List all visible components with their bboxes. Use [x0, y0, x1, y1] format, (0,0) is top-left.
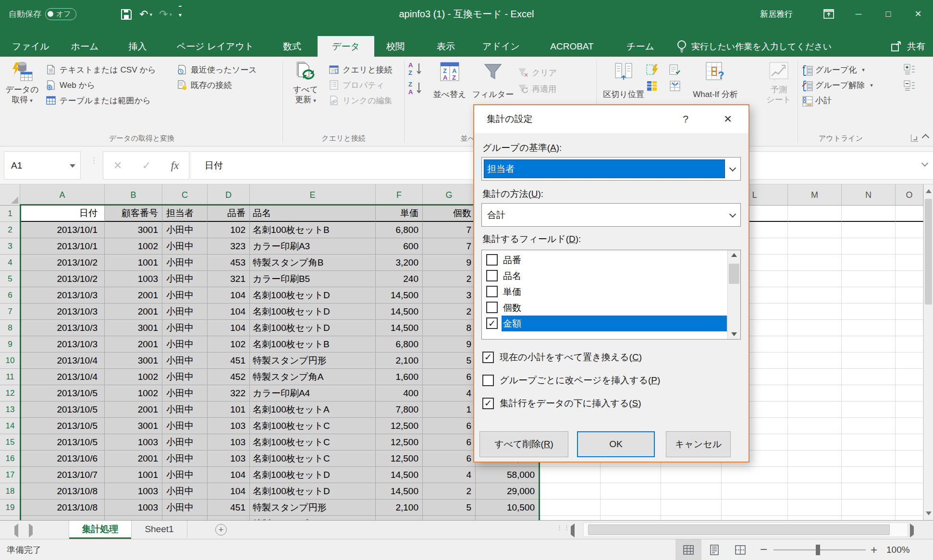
cell-B14[interactable]: 3001: [105, 418, 162, 434]
cell-K20[interactable]: [661, 516, 722, 520]
from-text-csv-button[interactable]: テキストまたは CSV から: [46, 62, 156, 77]
cell-B18[interactable]: 1003: [105, 483, 162, 499]
cell-H19[interactable]: 10,500: [476, 499, 540, 516]
cell-O4[interactable]: [896, 255, 923, 271]
tab-home[interactable]: ホーム: [64, 36, 106, 57]
filter-button[interactable]: フィルター: [472, 60, 514, 99]
cell-O5[interactable]: [896, 271, 923, 287]
cell-H18[interactable]: 29,000: [476, 483, 540, 499]
cell-F11[interactable]: 1,600: [376, 369, 423, 385]
cell-N4[interactable]: [842, 255, 896, 271]
cell-M19[interactable]: [788, 499, 842, 516]
cell-M1[interactable]: [788, 206, 842, 222]
cell-O7[interactable]: [896, 304, 923, 320]
row-header-8[interactable]: 8: [0, 320, 20, 336]
horizontal-scroll-thumb[interactable]: [588, 524, 890, 535]
cell-C15[interactable]: 小田中: [162, 434, 208, 450]
hide-detail-icon[interactable]: [903, 80, 916, 92]
column-header-C[interactable]: C: [162, 184, 208, 206]
subtotal-field-3[interactable]: 個数: [482, 300, 727, 316]
cell-N5[interactable]: [842, 271, 896, 287]
cell-C4[interactable]: 小田中: [162, 255, 208, 271]
user-name[interactable]: 新居雅行: [760, 9, 793, 20]
cell-O16[interactable]: [896, 450, 923, 467]
cell-A17[interactable]: 2013/10/7: [20, 467, 105, 483]
vertical-scroll-thumb[interactable]: [925, 199, 932, 304]
checkbox-unchecked-icon[interactable]: [486, 254, 498, 266]
row-header-9[interactable]: 9: [0, 336, 20, 353]
column-header-N[interactable]: N: [842, 184, 896, 206]
group-by-combobox[interactable]: 担当者: [481, 157, 741, 181]
cell-E15[interactable]: 名刺100枚セットC: [250, 434, 376, 450]
dialog-help-button[interactable]: ?: [674, 105, 698, 133]
column-header-E[interactable]: E: [250, 184, 376, 206]
cell-N18[interactable]: [842, 483, 896, 499]
cell-G17[interactable]: 4: [423, 467, 476, 483]
cell-B15[interactable]: 1003: [105, 434, 162, 450]
cell-C9[interactable]: 小田中: [162, 336, 208, 353]
cell-L19[interactable]: [722, 499, 788, 516]
cell-F5[interactable]: 240: [376, 271, 423, 287]
cell-D15[interactable]: 103: [208, 434, 250, 450]
replace-subtotals-checkbox[interactable]: ✓ 現在の小計をすべて置き換える(C): [482, 351, 642, 364]
cell-C1[interactable]: 担当者: [162, 206, 208, 222]
row-header-2[interactable]: 2: [0, 222, 20, 238]
cell-B9[interactable]: 2001: [105, 336, 162, 353]
chevron-down-icon[interactable]: [729, 211, 736, 218]
cell-A19[interactable]: 2013/10/8: [20, 499, 105, 516]
tab-view[interactable]: 表示: [430, 36, 461, 57]
cell-N1[interactable]: [842, 206, 896, 222]
cell-C7[interactable]: 小田中: [162, 304, 208, 320]
outline-dialog-launcher[interactable]: [911, 134, 918, 142]
cell-C11[interactable]: 小田中: [162, 369, 208, 385]
cell-F19[interactable]: 2,100: [376, 499, 423, 516]
cell-N9[interactable]: [842, 336, 896, 353]
cell-L20[interactable]: [722, 516, 788, 520]
cell-E4[interactable]: 特製スタンプ角B: [250, 255, 376, 271]
name-box-dropdown-icon[interactable]: [70, 164, 75, 168]
row-header-1[interactable]: 1: [0, 206, 20, 222]
sort-button[interactable]: ZAAZ 並べ替え: [428, 60, 472, 99]
cell-A4[interactable]: 2013/10/2: [20, 255, 105, 271]
refresh-all-button[interactable]: すべて更新▾: [286, 60, 325, 106]
cell-M9[interactable]: [788, 336, 842, 353]
cell-E16[interactable]: 名刺100枚セットC: [250, 450, 376, 467]
text-to-columns-button[interactable]: 区切り位置: [599, 60, 649, 99]
cell-C8[interactable]: 小田中: [162, 320, 208, 336]
cell-M2[interactable]: [788, 222, 842, 238]
cell-N7[interactable]: [842, 304, 896, 320]
cell-M20[interactable]: [788, 516, 842, 520]
close-button[interactable]: ✕: [903, 0, 933, 28]
tab-review[interactable]: 校閲: [380, 36, 411, 57]
queries-connections-button[interactable]: クエリと接続: [329, 62, 393, 77]
cell-M6[interactable]: [788, 287, 842, 304]
cell-F18[interactable]: 14,500: [376, 483, 423, 499]
cell-E20[interactable]: 特製スタンプ: [250, 516, 376, 520]
column-header-D[interactable]: D: [208, 184, 250, 206]
cell-F13[interactable]: 7,800: [376, 402, 423, 418]
ribbon-display-options-button[interactable]: [814, 0, 844, 28]
cell-C10[interactable]: 小田中: [162, 353, 208, 369]
scroll-right-icon[interactable]: [910, 526, 914, 535]
cell-G18[interactable]: 2: [423, 483, 476, 499]
cell-J19[interactable]: [601, 499, 661, 516]
cell-C17[interactable]: 小田中: [162, 467, 208, 483]
sheet-next-icon[interactable]: [29, 526, 33, 535]
cell-E18[interactable]: 名刺100枚セットD: [250, 483, 376, 499]
cell-N6[interactable]: [842, 287, 896, 304]
cell-E8[interactable]: 名刺100枚セットD: [250, 320, 376, 336]
row-header-20[interactable]: 20: [0, 516, 20, 520]
tab-acrobat[interactable]: ACROBAT: [541, 36, 603, 57]
cell-G11[interactable]: 6: [423, 369, 476, 385]
cell-O20[interactable]: [896, 516, 923, 520]
cell-A8[interactable]: 2013/10/3: [20, 320, 105, 336]
row-header-15[interactable]: 15: [0, 434, 20, 450]
remove-all-button[interactable]: すべて削除(R): [479, 431, 568, 457]
cell-G19[interactable]: 5: [423, 499, 476, 516]
vertical-scrollbar[interactable]: [923, 184, 933, 520]
cell-N12[interactable]: [842, 385, 896, 402]
cell-D6[interactable]: 104: [208, 287, 250, 304]
cell-F2[interactable]: 6,800: [376, 222, 423, 238]
cell-D20[interactable]: [208, 516, 250, 520]
cell-G10[interactable]: 5: [423, 353, 476, 369]
